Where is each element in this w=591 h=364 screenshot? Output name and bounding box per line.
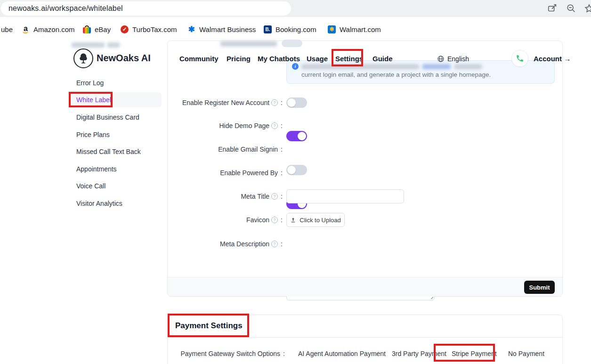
- payment-settings-title: Payment Settings: [175, 321, 243, 331]
- bookmark-label: Walmart Business: [199, 25, 256, 33]
- alert-text: current login email, and generate a proj…: [301, 71, 491, 78]
- radio-label-ai-agent[interactable]: AI Agent Automation Payment: [298, 350, 386, 357]
- bookmark-label: Walmart.com: [340, 25, 381, 33]
- meta-title-input[interactable]: [286, 189, 404, 203]
- bookmarks-bar: ube a Amazon.com eBay ✓ TurboTax.com ✱ W…: [0, 17, 591, 41]
- bookmark-amazon[interactable]: a Amazon.com: [22, 17, 75, 41]
- nav-community[interactable]: Community: [179, 55, 219, 63]
- toggle-enable-gmail-signin[interactable]: [286, 165, 307, 175]
- bookmark-label: Amazon.com: [33, 25, 75, 33]
- arrow-right-icon: →: [564, 55, 571, 63]
- account-label: Account: [534, 55, 562, 63]
- help-icon[interactable]: ?: [271, 99, 278, 106]
- ebay-bag-icon: [83, 25, 91, 33]
- bookmark-youtube[interactable]: ube: [1, 17, 13, 41]
- field-label-meta-description: Meta Description?:: [122, 240, 283, 248]
- sidebar-item-white-label[interactable]: White Label: [76, 96, 111, 104]
- sidebar-item-voice-call[interactable]: Voice Call: [76, 182, 105, 190]
- bookmark-label: ube: [1, 25, 13, 33]
- toggle-hide-demo-page[interactable]: [286, 131, 307, 141]
- newoaks-logo: [73, 49, 93, 68]
- account-link[interactable]: Account →: [534, 55, 571, 63]
- sidebar-item-error-log[interactable]: Error Log: [76, 79, 104, 87]
- redacted-text: [301, 64, 419, 69]
- zoom-out-icon[interactable]: [566, 3, 576, 14]
- booking-icon: B.: [264, 25, 272, 33]
- help-icon[interactable]: ?: [271, 217, 278, 223]
- bookmark-walmart-business[interactable]: ✱ Walmart Business: [187, 17, 256, 41]
- upload-icon: [290, 217, 296, 223]
- help-icon[interactable]: ?: [271, 122, 278, 129]
- field-label-favicon: Favicon?:: [122, 216, 283, 224]
- submit-button[interactable]: Submit: [524, 281, 555, 294]
- upload-button-label: Click to Upload: [300, 217, 340, 224]
- field-label-gmail-signin: Enable Gmail Signin:: [122, 146, 283, 153]
- field-label-hide-demo: Hide Demo Page?:: [122, 122, 283, 129]
- help-icon[interactable]: ?: [271, 193, 278, 200]
- redacted-text: [220, 41, 277, 47]
- bookmark-ebay[interactable]: eBay: [83, 17, 111, 41]
- address-bar[interactable]: newoaks.ai/workspace/whitelabel: [1, 1, 291, 16]
- language-selector[interactable]: English: [447, 55, 469, 63]
- sidebar-item-appointments[interactable]: Appointments: [76, 165, 117, 173]
- bookmark-booking[interactable]: B. Booking.com: [264, 17, 316, 41]
- favicon-upload-button[interactable]: Click to Upload: [286, 213, 345, 227]
- info-icon: i: [292, 63, 299, 70]
- screen: newoaks.ai/workspace/whitelabel ube a: [0, 0, 591, 364]
- sidebar-item-visitor-analytics[interactable]: Visitor Analytics: [76, 200, 122, 207]
- favorite-star-icon[interactable]: [584, 3, 591, 14]
- bookmark-walmart-com[interactable]: ✱ Walmart.com: [328, 17, 381, 41]
- nav-pricing[interactable]: Pricing: [227, 55, 251, 63]
- cut-off-toggle: [282, 40, 302, 47]
- card-footer: [168, 277, 562, 296]
- phone-icon: [516, 54, 524, 63]
- walmart-square-icon: ✱: [328, 25, 336, 33]
- sidebar-item-price-plans[interactable]: Price Plans: [76, 131, 110, 138]
- browser-top-bar: newoaks.ai/workspace/whitelabel: [0, 0, 591, 17]
- payment-gateway-label: Payment Gateway Switch Options:: [125, 350, 285, 357]
- field-label-enable-register: Enable Register New Account?:: [122, 99, 283, 106]
- bookmark-label: TurboTax.com: [132, 25, 177, 33]
- bookmark-label: eBay: [95, 25, 111, 33]
- bookmark-label: Booking.com: [275, 25, 316, 33]
- divider: [167, 337, 563, 338]
- walmart-spark-icon: ✱: [187, 25, 195, 33]
- field-label-meta-title: Meta Title?:: [122, 193, 283, 200]
- radio-label-3rd-party[interactable]: 3rd Party Payment: [392, 350, 446, 357]
- brand-title: NewOaks AI: [97, 53, 151, 64]
- field-label-powered-by: Enable Powered By:: [122, 169, 283, 177]
- account-avatar[interactable]: [511, 50, 528, 67]
- url-text: newoaks.ai/workspace/whitelabel: [8, 4, 123, 13]
- amazon-icon: a: [22, 25, 30, 33]
- turbotax-check-icon: ✓: [121, 25, 129, 33]
- help-icon[interactable]: ?: [271, 241, 278, 247]
- redacted-text: [454, 64, 482, 69]
- redacted-text: [107, 42, 120, 48]
- oak-tree-icon: [77, 52, 90, 65]
- bookmark-turbotax[interactable]: ✓ TurboTax.com: [121, 17, 177, 41]
- redacted-link: [422, 64, 451, 69]
- nav-my-chatbots[interactable]: My Chatbots: [258, 55, 300, 63]
- globe-icon: [437, 55, 445, 65]
- nav-settings[interactable]: Settings: [335, 55, 363, 63]
- toggle-enable-register-new-account[interactable]: [286, 97, 307, 108]
- sidebar-item-digital-business-card[interactable]: Digital Business Card: [76, 113, 139, 121]
- radio-label-no-payment[interactable]: No Payment: [508, 350, 544, 357]
- nav-guide[interactable]: Guide: [372, 55, 393, 63]
- redacted-text: [72, 42, 105, 48]
- nav-usage[interactable]: Usage: [307, 55, 328, 63]
- radio-label-stripe[interactable]: Stripe Payment: [452, 350, 497, 357]
- share-icon[interactable]: [547, 3, 558, 14]
